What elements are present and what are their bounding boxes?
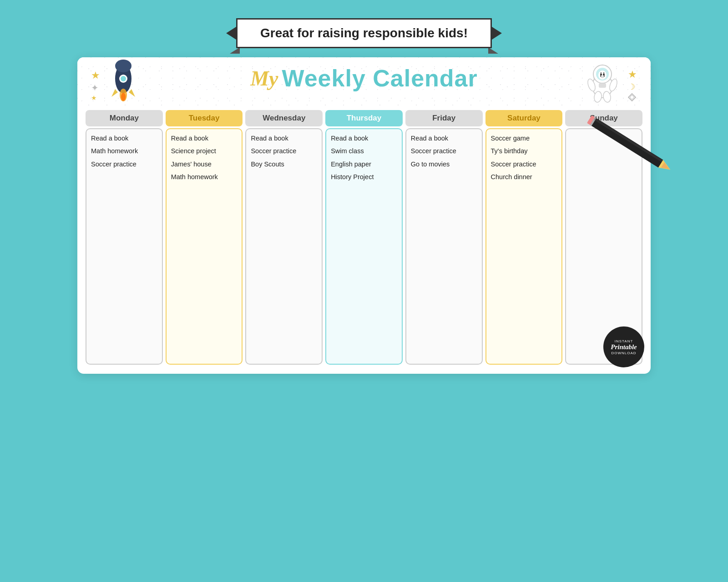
list-item: Soccer practice — [251, 146, 317, 156]
day-header-friday: Friday — [405, 110, 483, 126]
list-item: Soccer practice — [491, 160, 557, 169]
day-box-wednesday: Read a bookSoccer practiceBoy Scouts — [245, 128, 323, 365]
list-item: Read a book — [411, 134, 477, 143]
list-item: Math homework — [91, 146, 157, 156]
day-box-thursday: Read a bookSwim classEnglish paperHistor… — [325, 128, 403, 365]
svg-rect-21 — [599, 83, 606, 88]
badge-download: DOWNLOAD — [611, 351, 636, 355]
list-item: Read a book — [171, 134, 238, 143]
printable-badge: INSTANT Printable DOWNLOAD — [603, 326, 644, 367]
star-gold-2: ★ — [91, 94, 100, 101]
list-item: James' house — [171, 160, 238, 169]
calendar-header: ★ ✦ ★ — [77, 57, 651, 107]
list-item: Swim class — [331, 146, 397, 156]
day-column-wednesday: WednesdayRead a bookSoccer practiceBoy S… — [245, 110, 323, 365]
list-item: Soccer practice — [91, 160, 157, 169]
moon-icon: ☽ — [628, 82, 637, 92]
svg-point-11 — [598, 70, 607, 80]
day-header-tuesday: Tuesday — [166, 110, 243, 126]
day-box-friday: Read a bookSoccer practiceGo to movies — [405, 128, 483, 365]
day-header-thursday: Thursday — [325, 110, 403, 126]
svg-point-1 — [115, 60, 131, 72]
star-gold-1: ★ — [91, 70, 100, 81]
title-my: My — [250, 66, 278, 90]
calendar-card: ★ ✦ ★ — [77, 57, 651, 374]
svg-marker-4 — [111, 89, 118, 97]
badge-printable: Printable — [611, 343, 637, 351]
svg-point-15 — [603, 74, 605, 75]
title-container: My Weekly Calendar — [91, 65, 637, 92]
day-column-monday: MondayRead a bookMath homeworkSoccer pra… — [86, 110, 163, 365]
day-column-saturday: SaturdaySoccer gameTy's birthdaySoccer p… — [485, 110, 563, 365]
day-column-friday: FridayRead a bookSoccer practiceGo to mo… — [405, 110, 483, 365]
day-box-monday: Read a bookMath homeworkSoccer practice — [86, 128, 163, 365]
deco-right: ★ ☽ — [580, 60, 637, 105]
list-item: Go to movies — [411, 160, 477, 169]
days-grid: MondayRead a bookMath homeworkSoccer pra… — [77, 110, 651, 365]
zebra-icon — [580, 60, 625, 105]
day-box-saturday: Soccer gameTy's birthdaySoccer practiceC… — [485, 128, 563, 365]
title-weekly-calendar: Weekly Calendar — [282, 65, 478, 92]
list-item: Ty's birthday — [491, 146, 557, 156]
banner-fold-left — [230, 47, 240, 54]
list-item: Read a book — [331, 134, 397, 143]
day-header-saturday: Saturday — [485, 110, 563, 126]
list-item: Science project — [171, 146, 238, 156]
list-item: Soccer game — [491, 134, 557, 143]
diamond-icon — [628, 93, 636, 101]
banner-text: Great for raising responsible kids! — [236, 18, 492, 48]
banner-fold-right — [488, 47, 498, 54]
list-item: History Project — [331, 172, 397, 181]
badge-instant: INSTANT — [615, 339, 633, 343]
svg-point-3 — [121, 76, 126, 81]
star-silver-1: ✦ — [91, 82, 100, 93]
day-column-thursday: ThursdayRead a bookSwim classEnglish pap… — [325, 110, 403, 365]
svg-point-7 — [121, 93, 126, 101]
day-column-tuesday: TuesdayRead a bookScience projectJames' … — [166, 110, 243, 365]
list-item: English paper — [331, 160, 397, 169]
star-gold-3: ★ — [628, 69, 637, 80]
deco-left: ★ ✦ ★ — [91, 60, 144, 105]
day-header-monday: Monday — [86, 110, 163, 126]
svg-point-14 — [600, 74, 602, 75]
list-item: Read a book — [251, 134, 317, 143]
list-item: Church dinner — [491, 172, 557, 181]
list-item: Boy Scouts — [251, 160, 317, 169]
rocket-icon — [103, 60, 144, 105]
banner-wrapper: Great for raising responsible kids! — [236, 18, 492, 48]
day-box-tuesday: Read a bookScience projectJames' houseMa… — [166, 128, 243, 365]
day-header-wednesday: Wednesday — [245, 110, 323, 126]
list-item: Read a book — [91, 134, 157, 143]
svg-marker-5 — [129, 89, 135, 97]
svg-point-16 — [601, 76, 604, 78]
list-item: Math homework — [171, 172, 238, 181]
list-item: Soccer practice — [411, 146, 477, 156]
